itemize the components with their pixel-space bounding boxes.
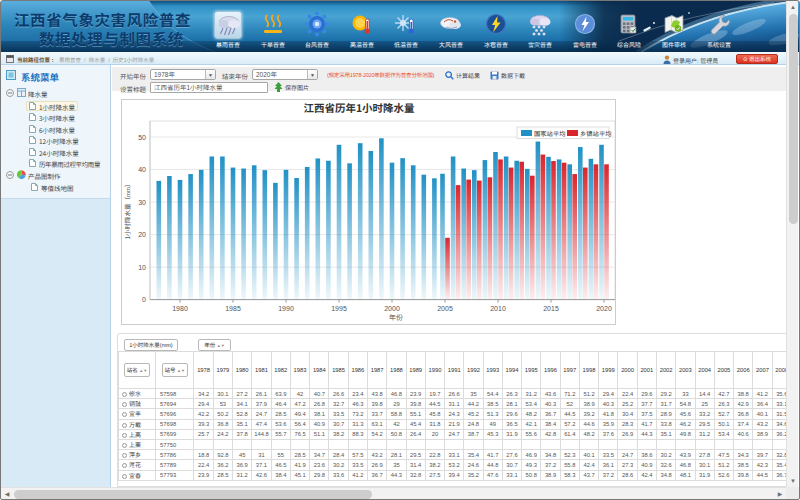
svg-text:江西省历年1小时降水量: 江西省历年1小时降水量 (303, 100, 415, 115)
svg-text:30: 30 (138, 199, 146, 206)
svg-text:0: 0 (142, 296, 146, 303)
svg-text:40: 40 (138, 166, 146, 173)
svg-text:50: 50 (138, 134, 146, 141)
svg-text:1995: 1995 (331, 305, 347, 312)
svg-text:10: 10 (138, 264, 146, 271)
svg-text:国家站平均: 国家站平均 (534, 129, 565, 138)
svg-text:1990: 1990 (278, 305, 294, 312)
svg-text:2020: 2020 (596, 305, 612, 312)
svg-text:1小时降水量（mm）: 1小时降水量（mm） (122, 180, 132, 239)
svg-text:2005: 2005 (437, 305, 453, 312)
svg-text:20: 20 (138, 231, 146, 238)
svg-text:2000: 2000 (384, 305, 400, 312)
svg-text:2015: 2015 (543, 305, 559, 312)
svg-text:年份: 年份 (389, 312, 403, 322)
svg-text:1985: 1985 (225, 305, 241, 312)
svg-text:2010: 2010 (490, 305, 506, 312)
svg-text:1980: 1980 (172, 305, 188, 312)
svg-text:乡镇站平均: 乡镇站平均 (580, 129, 611, 138)
